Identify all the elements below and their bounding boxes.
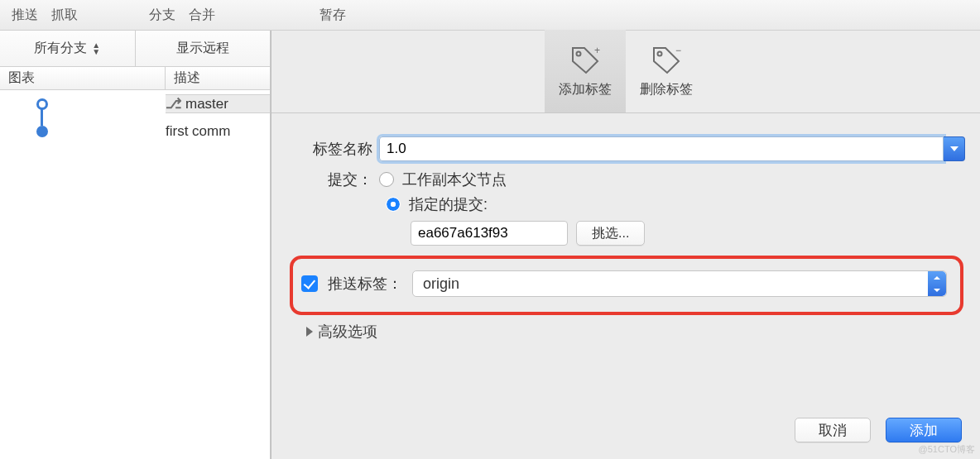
watermark: @51CTO博客 — [919, 443, 975, 456]
toolbar-fetch[interactable]: 抓取 — [45, 4, 84, 26]
select-stepper-icon — [928, 271, 946, 296]
commit-label: 提交： — [288, 170, 379, 189]
pick-commit-button[interactable]: 挑选... — [576, 221, 645, 246]
branch-filter-label: 所有分支 — [34, 40, 87, 57]
tag-minus-icon: − — [651, 45, 682, 76]
toolbar-push[interactable]: 推送 — [5, 4, 45, 26]
table-row[interactable]: first comm — [0, 117, 270, 145]
disclosure-triangle-icon — [306, 327, 313, 337]
svg-point-2 — [658, 51, 662, 55]
col-graph: 图表 — [0, 67, 166, 89]
show-remote-toggle[interactable]: 显示远程 — [136, 40, 271, 57]
toolbar-merge[interactable]: 合并 — [182, 4, 222, 26]
tag-name-input[interactable] — [379, 136, 944, 161]
commit-message: first comm — [166, 123, 230, 140]
commit-hash-input[interactable] — [411, 221, 568, 246]
push-tag-label: 推送标签： — [328, 274, 402, 294]
svg-text:−: − — [675, 45, 681, 56]
svg-point-0 — [577, 51, 581, 55]
table-row[interactable]: ⎇ master — [0, 90, 270, 117]
add-button[interactable]: 添加 — [886, 418, 962, 442]
tag-name-dropdown[interactable] — [944, 136, 965, 161]
radio-specified-label: 指定的提交: — [409, 194, 488, 214]
history-panel: 所有分支 ▲▼ 显示远程 图表 描述 ⎇ master — [0, 31, 271, 459]
updown-icon: ▲▼ — [92, 42, 100, 55]
tab-remove-tag[interactable]: − 删除标签 — [626, 30, 707, 112]
main-toolbar: 推送 抓取 分支 合并 暂存 — [0, 0, 980, 31]
remote-select[interactable]: origin — [412, 270, 947, 297]
radio-specified-commit[interactable] — [386, 197, 401, 212]
remote-value: origin — [423, 275, 459, 293]
col-desc: 描述 — [166, 67, 270, 89]
advanced-disclosure[interactable]: 高级选项 — [288, 322, 965, 342]
history-header: 图表 描述 — [0, 67, 270, 90]
branch-filter-dropdown[interactable]: 所有分支 ▲▼ — [0, 31, 136, 66]
branch-icon: ⎇ — [166, 95, 182, 112]
tag-dialog: + 添加标签 − 删除标签 标签名称 — [271, 31, 980, 459]
toolbar-stash[interactable]: 暂存 — [313, 4, 353, 26]
svg-text:+: + — [594, 45, 600, 56]
tag-name-label: 标签名称 — [288, 139, 379, 159]
tag-plus-icon: + — [569, 45, 601, 76]
radio-working-copy[interactable] — [379, 172, 394, 187]
cancel-button[interactable]: 取消 — [795, 418, 871, 442]
branch-badge: master — [185, 96, 228, 112]
toolbar-branch[interactable]: 分支 — [142, 4, 182, 26]
radio-working-copy-label: 工作副本父节点 — [402, 170, 507, 189]
tab-add-tag[interactable]: + 添加标签 — [545, 30, 626, 112]
push-tag-checkbox[interactable] — [301, 275, 318, 292]
push-tag-highlight: 推送标签： origin — [290, 256, 963, 315]
